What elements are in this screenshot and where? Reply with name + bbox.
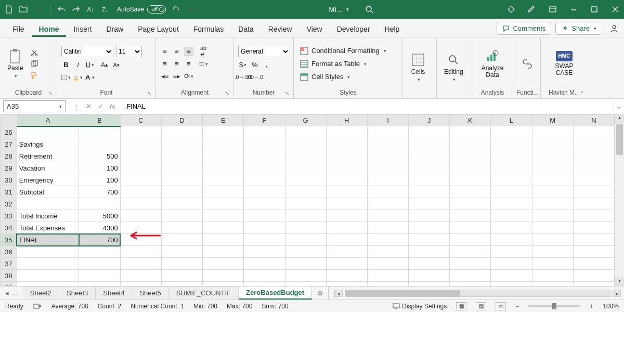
- cell-A31[interactable]: Subtotal: [17, 186, 79, 198]
- cell-H33[interactable]: [326, 210, 367, 222]
- cell-F28[interactable]: [244, 150, 285, 162]
- cell-C31[interactable]: [120, 186, 161, 198]
- decrease-font-icon[interactable]: A▾: [112, 60, 121, 70]
- cell-D28[interactable]: [161, 150, 202, 162]
- sort-asc-icon[interactable]: A↓: [86, 5, 95, 14]
- zoom-slider[interactable]: [528, 305, 580, 307]
- cell-E32[interactable]: [203, 198, 244, 210]
- row-header-33[interactable]: 33: [1, 210, 17, 222]
- conditional-formatting-button[interactable]: Conditional Formatting▾: [298, 45, 388, 57]
- cell-N36[interactable]: [573, 246, 614, 258]
- cell-E39[interactable]: [203, 282, 244, 287]
- cell-D39[interactable]: [161, 282, 202, 287]
- cell-G39[interactable]: [285, 282, 326, 287]
- cell-D26[interactable]: [161, 126, 202, 138]
- cell-M36[interactable]: [532, 246, 573, 258]
- font-color-icon[interactable]: A▾: [85, 73, 95, 82]
- cell-B33[interactable]: 5000: [79, 210, 121, 222]
- cell-C39[interactable]: [120, 282, 161, 287]
- cell-L29[interactable]: [491, 162, 532, 174]
- cell-G31[interactable]: [285, 186, 326, 198]
- diamond-icon[interactable]: [506, 5, 516, 14]
- cell-L28[interactable]: [491, 150, 532, 162]
- cell-H29[interactable]: [326, 162, 367, 174]
- cell-J26[interactable]: [409, 126, 450, 138]
- cell-F34[interactable]: [244, 222, 285, 234]
- cell-D34[interactable]: [161, 222, 202, 234]
- tab-page-layout[interactable]: Page Layout: [131, 21, 186, 37]
- cell-I35[interactable]: [367, 234, 408, 246]
- row-header-38[interactable]: 38: [1, 270, 17, 282]
- qat-more-icon[interactable]: ▾: [187, 5, 196, 14]
- cell-B27[interactable]: [79, 138, 121, 150]
- row-header-28[interactable]: 28: [1, 150, 17, 162]
- cell-B34[interactable]: 4300: [79, 222, 121, 234]
- cell-M34[interactable]: [532, 222, 573, 234]
- cell-J27[interactable]: [409, 138, 450, 150]
- align-top-icon[interactable]: ≡: [160, 47, 170, 56]
- cell-K32[interactable]: [450, 198, 491, 210]
- column-header-E[interactable]: E: [203, 115, 244, 126]
- cell-A32[interactable]: [17, 198, 79, 210]
- cell-F36[interactable]: [244, 246, 285, 258]
- cell-N31[interactable]: [573, 186, 614, 198]
- cell-B39[interactable]: [79, 282, 121, 287]
- cell-G30[interactable]: [285, 174, 326, 186]
- cell-M27[interactable]: [532, 138, 573, 150]
- cell-F32[interactable]: [244, 198, 285, 210]
- column-header-F[interactable]: F: [244, 115, 285, 126]
- column-header-K[interactable]: K: [450, 115, 491, 126]
- cell-G37[interactable]: [285, 258, 326, 270]
- alignment-launcher-icon[interactable]: ⤡: [225, 90, 229, 96]
- cell-K30[interactable]: [450, 174, 491, 186]
- cell-A28[interactable]: Retirement: [17, 150, 79, 162]
- cell-C37[interactable]: [120, 258, 161, 270]
- cell-A29[interactable]: Vacation: [17, 162, 79, 174]
- qat-dropdown-icon[interactable]: ▾: [34, 5, 44, 14]
- row-header-35[interactable]: 35: [1, 234, 17, 246]
- row-header-37[interactable]: 37: [1, 258, 17, 270]
- cell-D36[interactable]: [161, 246, 202, 258]
- cell-D32[interactable]: [161, 198, 202, 210]
- cell-N26[interactable]: [573, 126, 614, 138]
- align-center-icon[interactable]: ≡: [172, 59, 181, 69]
- cell-L37[interactable]: [491, 258, 532, 270]
- cell-N30[interactable]: [573, 174, 614, 186]
- cell-H26[interactable]: [326, 126, 367, 138]
- maximize-icon[interactable]: [590, 5, 599, 14]
- cell-M28[interactable]: [532, 150, 573, 162]
- row-header-29[interactable]: 29: [1, 162, 17, 174]
- page-layout-view-icon[interactable]: ▤: [476, 302, 486, 310]
- cell-B37[interactable]: [79, 258, 121, 270]
- cell-D33[interactable]: [161, 210, 202, 222]
- cell-H30[interactable]: [326, 174, 367, 186]
- cell-C36[interactable]: [120, 246, 161, 258]
- cell-C35[interactable]: [120, 234, 161, 246]
- cell-J28[interactable]: [409, 150, 450, 162]
- cell-D27[interactable]: [161, 138, 202, 150]
- row-header-32[interactable]: 32: [1, 198, 17, 210]
- cell-E31[interactable]: [203, 186, 244, 198]
- cell-I37[interactable]: [367, 258, 408, 270]
- cell-N39[interactable]: [573, 282, 614, 287]
- cell-G38[interactable]: [285, 270, 326, 282]
- cell-M37[interactable]: [532, 258, 573, 270]
- cell-J36[interactable]: [409, 246, 450, 258]
- cell-F31[interactable]: [244, 186, 285, 198]
- cell-F35[interactable]: [244, 234, 285, 246]
- increase-font-icon[interactable]: A▴: [100, 60, 109, 70]
- tab-view[interactable]: View: [300, 21, 330, 37]
- increase-indent-icon[interactable]: ≡▸: [172, 72, 181, 81]
- cell-N28[interactable]: [573, 150, 614, 162]
- cell-B30[interactable]: 100: [79, 174, 121, 186]
- percent-icon[interactable]: %: [250, 60, 259, 70]
- cell-A38[interactable]: [17, 270, 79, 282]
- column-header-J[interactable]: J: [409, 115, 450, 126]
- cell-K39[interactable]: [450, 282, 491, 287]
- cell-C28[interactable]: [120, 150, 161, 162]
- cell-G34[interactable]: [285, 222, 326, 234]
- column-header-N[interactable]: N: [573, 115, 614, 126]
- bold-icon[interactable]: B: [61, 60, 71, 70]
- zoom-out-icon[interactable]: −: [515, 303, 519, 310]
- cell-F38[interactable]: [244, 270, 285, 282]
